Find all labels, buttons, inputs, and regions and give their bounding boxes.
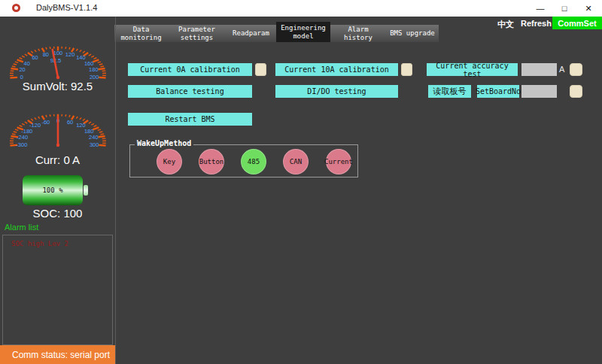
svg-text:180: 180 (89, 66, 99, 73)
current-gauge: -300-240-180-120-60060120180240300 (2, 110, 114, 149)
soc-caption: SOC: 100 (0, 207, 115, 220)
wakeup-method-label: WakeUpMethod (135, 139, 193, 147)
current-10a-calibration-button[interactable]: Current 10A calibration (275, 63, 398, 76)
board-indicator-box[interactable] (570, 85, 582, 98)
tab-alarm-history[interactable]: Alarm history (330, 25, 386, 42)
commset-button[interactable]: CommSet (552, 17, 602, 29)
board-number-input[interactable] (521, 85, 557, 98)
svg-text:-60: -60 (41, 119, 50, 126)
cal10-indicator-box[interactable] (401, 63, 412, 76)
svg-text:-300: -300 (16, 141, 27, 148)
svg-text:160: 160 (84, 60, 94, 67)
wakeup-key-button[interactable]: Key (157, 149, 182, 174)
sumvolt-caption: SumVolt: 92.5 (0, 80, 115, 93)
svg-text:40: 40 (24, 60, 30, 67)
title-bar: DalyBMS-V1.1.4 — □ ✕ (0, 0, 602, 17)
wakeup-current-button[interactable]: Current (326, 149, 351, 174)
sidebar-divider (115, 17, 116, 364)
comm-status-bar: Comm status: serial port (0, 345, 115, 364)
svg-text:180: 180 (84, 128, 94, 135)
refresh-button[interactable]: Refresh (521, 19, 552, 28)
svg-text:240: 240 (89, 134, 99, 141)
svg-text:120: 120 (65, 51, 75, 58)
current-0a-calibration-button[interactable]: Current 0A calibration (128, 63, 252, 76)
read-board-number-button[interactable]: 读取板号 (428, 85, 471, 98)
svg-text:-120: -120 (29, 122, 41, 129)
alarm-list-title: Alarm list (5, 223, 38, 232)
svg-text:60: 60 (67, 119, 73, 126)
wakeup-can-button[interactable]: CAN (283, 149, 309, 174)
battery-terminal (84, 185, 88, 196)
wakeup-button-button[interactable]: Button (199, 149, 224, 174)
svg-text:80: 80 (43, 51, 49, 58)
sumvolt-gauge: 02040608010012014016018020092.5 (2, 42, 114, 81)
close-icon[interactable]: ✕ (576, 0, 600, 17)
balance-testing-button[interactable]: Balance testing (128, 85, 252, 98)
svg-text:300: 300 (90, 141, 99, 148)
maximize-icon[interactable]: □ (552, 0, 576, 17)
app-icon (12, 4, 20, 12)
set-board-no-button[interactable]: SetBoardNo (477, 85, 519, 98)
accuracy-unit-label: A (559, 65, 564, 74)
tab-bms-upgrade[interactable]: BMS upgrade (386, 25, 439, 42)
tab-data-monitoring[interactable]: Data monitoring (114, 25, 168, 42)
current-caption: Curr: 0 A (0, 153, 115, 166)
window-title: DalyBMS-V1.1.4 (36, 3, 97, 12)
tab-readparam[interactable]: Readparam (226, 25, 276, 42)
svg-text:60: 60 (32, 54, 38, 61)
restart-bms-button[interactable]: Restart BMS (128, 113, 252, 126)
tab-parameter-settings[interactable]: Parameter settings (168, 25, 226, 42)
dido-testing-button[interactable]: DI/DO testing (275, 85, 398, 98)
minimize-icon[interactable]: — (528, 0, 552, 17)
alarm-list-panel: SOC high Lev 2 (2, 235, 113, 345)
battery-percent: 100 % (42, 187, 62, 194)
language-toggle[interactable]: 中文 (497, 19, 514, 30)
tab-engineering-model[interactable]: Engineering model (276, 22, 330, 42)
accuracy-indicator-box[interactable] (570, 63, 582, 76)
svg-text:20: 20 (19, 66, 25, 73)
window-controls: — □ ✕ (528, 0, 600, 17)
wakeup-485-button[interactable]: 485 (241, 149, 266, 174)
alarm-entry: SOC high Lev 2 (11, 240, 112, 247)
cal0-indicator-box[interactable] (255, 63, 266, 76)
battery-indicator: 100 % (23, 175, 83, 205)
accuracy-value-input[interactable] (521, 63, 557, 76)
current-accuracy-test-button[interactable]: Current accuracy test (427, 63, 518, 76)
svg-text:-240: -240 (17, 134, 28, 141)
tab-bar: Data monitoring Parameter settings Readp… (114, 22, 439, 42)
